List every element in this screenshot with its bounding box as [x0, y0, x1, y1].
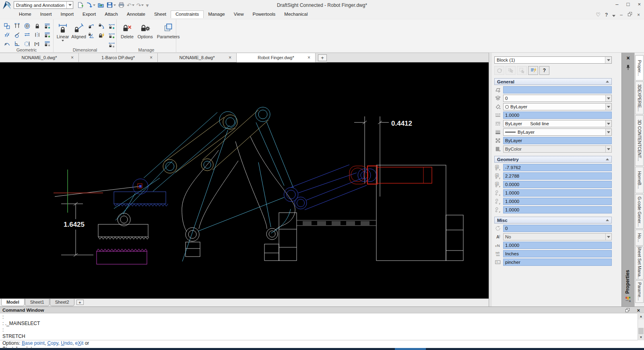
help-button[interactable]: ?	[539, 66, 549, 75]
close-tab-icon[interactable]: ×	[229, 55, 231, 60]
command-window-titlebar[interactable]: Command Window ×	[0, 307, 644, 313]
parallel-constraint-icon[interactable]	[3, 31, 11, 39]
anglock-icon[interactable]	[88, 32, 95, 39]
ribbon-tab-constraints[interactable]: Constraints	[171, 10, 204, 18]
concentric-constraint-icon[interactable]	[23, 22, 31, 30]
aligned-button[interactable]: Aligned	[71, 21, 86, 50]
close-tab-icon[interactable]: ×	[308, 55, 310, 60]
help-menu-arrow-icon[interactable]	[612, 15, 615, 17]
new-document-tab-button[interactable]: +	[318, 54, 327, 61]
help-icon[interactable]: ?	[605, 12, 608, 18]
section-header-misc[interactable]: Misc	[494, 217, 612, 224]
block-name-field[interactable]: pincher	[503, 259, 612, 266]
colinear-constraint-icon[interactable]	[23, 31, 31, 39]
section-header-geometry[interactable]: Geometry	[494, 156, 612, 163]
position-z-field[interactable]: 0.0000	[503, 181, 612, 188]
section-header-general[interactable]: General	[494, 78, 612, 85]
ribbon-tab-attach[interactable]: Attach	[100, 10, 122, 18]
scrollbar-thumb[interactable]	[638, 328, 644, 334]
maximize-button[interactable]: □	[627, 1, 630, 7]
restore-document-icon[interactable]	[627, 11, 633, 18]
linetype-scale-field[interactable]: 1.0000	[503, 112, 612, 119]
document-tab-robot-finger-dwg-[interactable]: Robot Finger.dwg*×	[237, 53, 316, 62]
panel-pin-icon[interactable]	[625, 64, 632, 72]
sheet-tab-model[interactable]: Model	[1, 299, 25, 306]
command-history-scrollbar[interactable]: ▲ ▼	[638, 314, 644, 340]
side-tab-ho-[interactable]: Ho...	[635, 230, 644, 246]
side-tab-3dexperie-[interactable]: 3DEXPERIE...	[635, 81, 644, 114]
ribbon-tab-annotate[interactable]: Annotate	[122, 10, 150, 18]
layer-field[interactable]: 0	[503, 95, 612, 102]
delete-button[interactable]: Delete	[121, 21, 134, 39]
collapse-arrow-icon[interactable]	[606, 219, 609, 221]
position-y-field[interactable]: 2.2788	[503, 172, 612, 180]
quick-select-button[interactable]	[528, 66, 538, 75]
selection-type-selector[interactable]: Block (1)	[494, 56, 612, 64]
linear-menu-arrow[interactable]	[62, 40, 64, 41]
linetype-field[interactable]: ByLayerSolid line	[503, 120, 612, 127]
close-tab-icon[interactable]: ×	[150, 55, 153, 60]
dropdown-arrow-icon[interactable]	[605, 129, 611, 135]
ribbon-tab-import[interactable]: Import	[56, 10, 78, 18]
command-prompt-area[interactable]: Options: Base point, Copy, Undo, eXit or…	[0, 340, 644, 348]
selection-dropdown-arrow[interactable]	[605, 57, 611, 63]
line-color-field[interactable]: ByLayer	[503, 103, 612, 110]
ribbon-tab-export[interactable]: Export	[78, 10, 100, 18]
transparency-field[interactable]: ByLayer	[503, 137, 612, 144]
unit-factor-field[interactable]: 1.0000	[503, 242, 612, 249]
smooth-constraint-icon[interactable]	[3, 40, 11, 48]
ribbon-tab-view[interactable]: View	[229, 10, 248, 18]
lockline-teal-constraint-icon[interactable]	[43, 22, 51, 30]
perpendicular-constraint-icon[interactable]	[13, 40, 21, 48]
lineweight-field[interactable]: ByLayer	[503, 128, 612, 136]
ribbon-tab-mechanical[interactable]: Mechanical	[280, 10, 312, 18]
parameters-button[interactable]: Parameters	[157, 21, 180, 39]
ribbon-tab-manage[interactable]: Manage	[204, 10, 229, 18]
radlock-icon[interactable]	[88, 23, 95, 30]
lock-constraint-icon[interactable]	[33, 22, 41, 30]
linlock-green-icon[interactable]	[108, 32, 116, 39]
dropdown-arrow-icon[interactable]	[605, 120, 611, 127]
dropdown-arrow-icon[interactable]	[605, 95, 611, 101]
panel-splitter[interactable]	[489, 53, 492, 307]
scale-z-field[interactable]: 1.0000	[503, 206, 612, 213]
side-tab-g-code-gener-[interactable]: G-code Gener...	[635, 194, 644, 229]
scroll-up-arrow-icon[interactable]: ▲	[638, 314, 644, 319]
tangent-constraint-icon[interactable]	[13, 31, 21, 39]
concentric-dash-constraint-icon[interactable]	[23, 40, 31, 48]
scroll-down-arrow-icon[interactable]: ▼	[638, 335, 644, 340]
drawing-canvas[interactable]: 1.6425 0.4412	[0, 62, 489, 298]
hyperlink-field[interactable]	[503, 86, 612, 93]
ribbon-tab-sheet[interactable]: Sheet	[150, 10, 171, 18]
side-tab-homeb-[interactable]: HomeB...	[635, 167, 644, 193]
command-option-base-point[interactable]: Base point	[22, 340, 45, 346]
symmetric-constraint-icon[interactable]	[33, 31, 41, 39]
command-history[interactable]: :: ._MAINSELECT:STRETCH	[0, 313, 644, 340]
radlock2-icon[interactable]	[98, 23, 105, 30]
panel-close-icon[interactable]: ×	[622, 55, 634, 61]
position-x-field[interactable]: -7.9762	[503, 164, 612, 171]
fix-constraint-icon[interactable]	[13, 22, 21, 30]
lockline-gray-constraint-icon[interactable]	[43, 40, 51, 48]
command-option-undo[interactable]: Undo	[61, 340, 72, 346]
new-sheet-button[interactable]: +	[76, 300, 84, 305]
command-option-exit[interactable]: eXit	[75, 340, 84, 346]
close-document-icon[interactable]: ×	[637, 12, 640, 18]
units-field[interactable]: Inches	[503, 250, 612, 257]
command-window-close-icon[interactable]: ×	[637, 307, 640, 313]
ribbon-tab-home[interactable]: Home	[14, 10, 36, 18]
side-tab-proper-[interactable]: Proper...	[635, 55, 644, 81]
sheet-tab-sheet1[interactable]: Sheet1	[25, 299, 50, 306]
linear-button[interactable]: Linear	[56, 21, 70, 50]
drawing-area[interactable]: 1.6425 0.4412	[0, 62, 489, 298]
minimize-document-icon[interactable]: –	[620, 12, 623, 18]
lockflash-icon[interactable]	[98, 32, 105, 39]
dropdown-arrow-icon[interactable]	[605, 104, 611, 110]
collapse-arrow-icon[interactable]	[606, 158, 609, 160]
equal-constraint-icon[interactable]: [=]	[33, 40, 41, 48]
document-tab-noname_0-dwg-[interactable]: NONAME_0.dwg*×	[0, 53, 79, 62]
close-tab-icon[interactable]: ×	[71, 55, 74, 60]
scale-x-field[interactable]: 1.0000	[503, 189, 612, 197]
command-window-float-icon[interactable]	[625, 307, 630, 314]
linlock-teal-icon[interactable]	[108, 23, 116, 30]
